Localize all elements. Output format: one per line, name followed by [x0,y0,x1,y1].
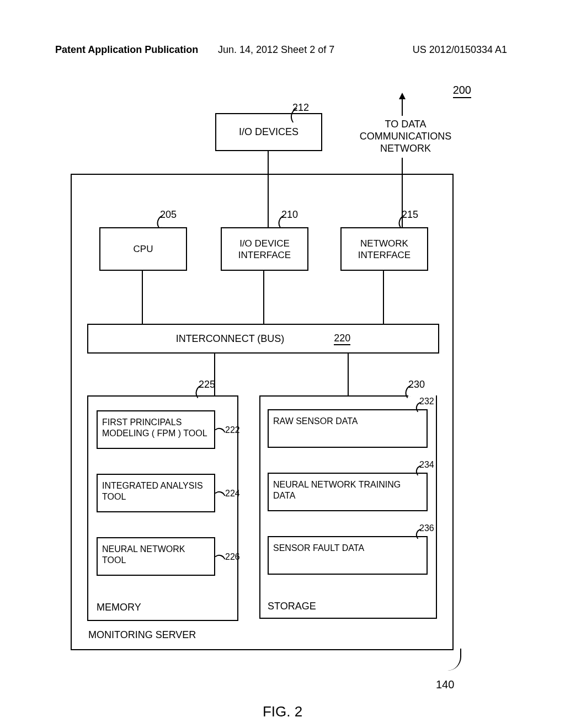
connector-line [383,270,384,324]
storage-title: STORAGE [268,601,316,612]
cpu-box: CPU [99,227,187,271]
ref-224: 224 [225,489,240,499]
header-left: Patent Application Publication [55,44,198,56]
sensor-fault-box: SENSOR FAULT DATA [268,536,428,575]
header-center: Jun. 14, 2012 Sheet 2 of 7 [218,44,334,56]
leader-140 [444,649,461,671]
interconnect-bus-box: INTERCONNECT (BUS) 220 [87,324,439,354]
patent-figure-page: Patent Application Publication Jun. 14, … [0,0,565,728]
box-border [259,395,260,619]
nn-tool-box: NEURAL NETWORK TOOL [97,537,215,576]
box-border [259,395,408,397]
memory-title: MEMORY [97,602,141,613]
analysis-tool-box: INTEGRATED ANALYSIS TOOL [97,474,215,512]
to-network-label: TO DATA COMMUNICATIONS NETWORK [350,118,461,154]
header-right: US 2012/0150334 A1 [413,44,507,56]
memory-box: MEMORY FIRST PRINCIPALS MODELING ( FPM )… [87,395,238,621]
ref-200: 200 [453,84,471,98]
leader-226 [215,552,225,563]
figure-label: FIG. 2 [0,703,565,720]
ref-140: 140 [436,678,454,691]
connector-line [142,270,143,324]
ref-222: 222 [225,425,240,435]
network-interface-box: NETWORK INTERFACE [340,227,428,271]
ref-226: 226 [225,552,240,562]
analysis-tool-label: INTEGRATED ANALYSIS TOOL [102,481,203,501]
network-interface-label: NETWORK INTERFACE [342,238,427,261]
raw-sensor-label: RAW SENSOR DATA [273,416,358,426]
cpu-label: CPU [134,243,153,255]
storage-box: STORAGE 232 RAW SENSOR DATA 234 NEURAL N… [259,395,437,619]
io-devices-label: I/O DEVICES [239,126,299,138]
io-interface-box: I/O DEVICE INTERFACE [221,227,308,271]
io-devices-box: I/O DEVICES [215,113,322,151]
raw-sensor-box: RAW SENSOR DATA [268,409,428,448]
fpm-tool-label: FIRST PRINCIPALS MODELING ( FPM ) TOOL [102,417,207,438]
ref-220: 220 [334,333,350,345]
nn-training-box: NEURAL NETWORK TRAINING DATA [268,473,428,511]
arrow-up-icon [402,94,403,116]
leader-222 [215,425,225,436]
connector-line [263,270,264,324]
nn-tool-label: NEURAL NETWORK TOOL [102,544,185,565]
box-border [436,395,437,619]
io-interface-label: I/O DEVICE INTERFACE [222,238,307,261]
leader-224 [215,489,225,499]
monitoring-server-box: MONITORING SERVER 205 210 215 CPU I/O DE… [71,174,454,650]
connector-line [348,352,349,395]
box-border [259,618,437,619]
sensor-fault-label: SENSOR FAULT DATA [273,543,364,553]
bus-label: INTERCONNECT (BUS) [176,333,285,345]
server-title: MONITORING SERVER [88,629,196,641]
nn-training-label: NEURAL NETWORK TRAINING DATA [273,480,401,500]
fpm-tool-box: FIRST PRINCIPALS MODELING ( FPM ) TOOL [97,410,215,449]
